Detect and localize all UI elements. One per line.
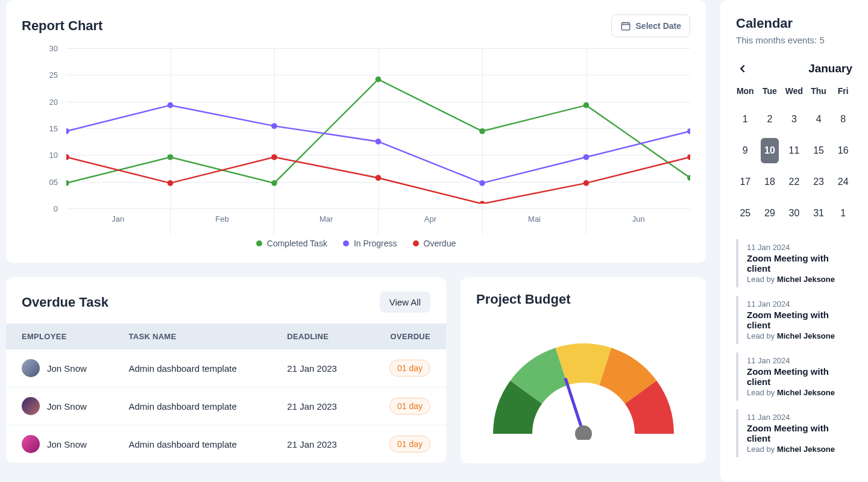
chevron-left-icon[interactable] [736,62,749,75]
svg-point-14 [687,128,690,134]
calendar-subtitle: This months events: 5 [736,35,852,45]
calendar-day[interactable]: 16 [834,138,852,163]
calendar-day[interactable]: 30 [785,201,804,226]
legend-item[interactable]: Completed Task [256,239,327,248]
calendar-day[interactable]: 10 [761,138,779,163]
svg-point-23 [575,425,592,440]
x-tick: Feb [170,208,274,235]
calendar-event[interactable]: 11 Jan 2024Zoom Meeting with clientLead … [736,239,852,287]
calendar-day[interactable]: 8 [834,107,852,132]
calendar-day[interactable]: 1 [736,107,755,132]
report-chart-title: Report Chart [22,18,102,34]
y-tick: 0 [54,204,58,213]
svg-point-21 [687,154,690,160]
employee-name: Jon Snow [47,401,87,412]
svg-line-22 [565,380,583,434]
select-date-label: Select Date [636,21,681,31]
svg-point-1 [66,180,69,186]
x-tick: Jan [66,208,170,235]
calendar-day[interactable]: 17 [736,169,755,195]
table-row[interactable]: Jon SnowAdmin dashboard template21 Jan 2… [6,387,446,425]
calendar-day[interactable]: 15 [810,138,828,163]
legend-dot-icon [343,240,349,246]
overdue-table: EMPLOYEE TASK NAME DEADLINE OVERDUE Jon … [6,324,446,463]
project-budget-card: Project Budget [461,277,706,463]
calendar-day[interactable]: 1 [834,201,852,226]
calendar-day[interactable]: 23 [810,169,828,195]
task-name: Admin dashboard template [118,349,276,387]
calendar-event[interactable]: 11 Jan 2024Zoom Meeting with clientLead … [736,296,852,344]
calendar-dow: Mon [736,86,755,101]
avatar [22,397,40,415]
avatar [22,435,40,453]
y-tick: 25 [49,70,58,80]
calendar-title: Calendar [736,16,852,31]
legend-item[interactable]: Overdue [413,239,456,248]
svg-point-13 [583,154,590,160]
budget-title: Project Budget [476,292,690,307]
calendar-day[interactable]: 2 [761,107,779,132]
event-date: 11 Jan 2024 [747,299,852,308]
calendar-day[interactable]: 25 [736,201,755,226]
report-chart-card: Report Chart Select Date 0051015202530 J… [6,0,706,263]
task-name: Admin dashboard template [118,387,276,425]
event-date: 11 Jan 2024 [747,413,852,422]
svg-point-11 [376,139,382,145]
svg-point-20 [583,180,590,186]
svg-point-10 [271,123,277,129]
y-tick: 15 [49,124,58,133]
legend-dot-icon [256,240,262,246]
task-deadline: 21 Jan 2023 [276,349,363,387]
event-lead: Lead by Michel Jeksone [747,388,852,397]
select-date-button[interactable]: Select Date [611,14,690,37]
svg-point-2 [168,154,174,160]
calendar-day[interactable]: 11 [785,138,804,163]
table-row[interactable]: Jon SnowAdmin dashboard template21 Jan 2… [6,425,446,463]
legend-label: Overdue [424,239,456,248]
employee-name: Jon Snow [47,439,87,449]
task-deadline: 21 Jan 2023 [276,387,363,425]
svg-point-9 [168,102,174,108]
svg-point-12 [479,180,485,186]
x-tick: Jun [586,208,690,235]
budget-gauge [487,325,680,440]
y-tick: 10 [49,151,58,160]
calendar-day[interactable]: 9 [736,138,755,163]
calendar-panel: Calendar This months events: 5 January M… [720,0,868,482]
overdue-title: Overdue Task [22,295,108,310]
event-title: Zoom Meeting with client [747,366,852,387]
calendar-day[interactable]: 4 [810,107,828,132]
calendar-day[interactable]: 22 [785,169,804,195]
x-tick: Mai [482,208,587,235]
employee-name: Jon Snow [47,363,87,374]
calendar-day[interactable]: 24 [834,169,852,195]
calendar-event[interactable]: 11 Jan 2024Zoom Meeting with clientLead … [736,409,852,457]
event-title: Zoom Meeting with client [747,423,852,443]
calendar-dow: Wed [785,86,804,101]
event-date: 11 Jan 2024 [747,356,852,365]
svg-point-18 [376,175,382,181]
event-date: 11 Jan 2024 [747,243,852,252]
calendar-day[interactable]: 31 [810,201,828,226]
event-title: Zoom Meeting with client [747,253,852,274]
event-title: Zoom Meeting with client [747,310,852,330]
svg-point-6 [583,102,590,108]
table-row[interactable]: Jon SnowAdmin dashboard template21 Jan 2… [6,349,446,387]
calendar-day[interactable]: 3 [785,107,804,132]
svg-point-5 [479,128,485,134]
calendar-day[interactable]: 18 [761,169,779,195]
chart-legend: Completed TaskIn ProgressOverdue [22,235,690,248]
col-employee: EMPLOYEE [6,324,118,349]
y-tick: 30 [49,44,58,53]
svg-point-3 [271,180,277,186]
calendar-day[interactable]: 29 [761,201,779,226]
legend-label: Completed Task [267,239,327,248]
col-deadline: DEADLINE [276,324,363,349]
calendar-event[interactable]: 11 Jan 2024Zoom Meeting with clientLead … [736,352,852,401]
legend-item[interactable]: In Progress [343,239,397,248]
calendar-dow: Thu [810,86,828,101]
svg-point-17 [271,154,277,160]
event-lead: Lead by Michel Jeksone [747,445,852,454]
view-all-button[interactable]: View All [380,292,430,313]
calendar-icon [620,20,631,31]
